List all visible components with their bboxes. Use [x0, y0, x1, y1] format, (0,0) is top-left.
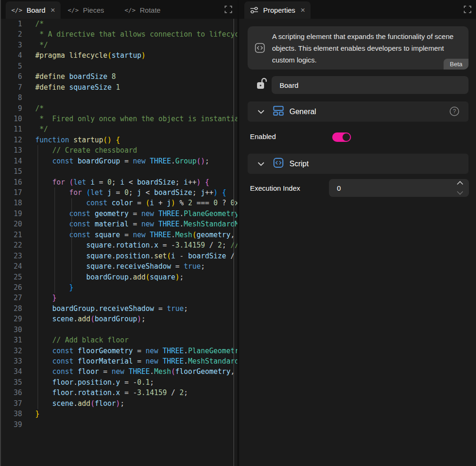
line-number: 29	[0, 314, 22, 324]
execution-index-value: 0	[337, 184, 341, 192]
line-number: 2	[0, 29, 22, 39]
section-general[interactable]: General ?	[248, 101, 468, 122]
line-number: 31	[0, 335, 22, 345]
code-line[interactable]: 23 square.position.set(i - boardSize /	[0, 251, 237, 261]
line-number: 27	[0, 293, 22, 303]
expand-panel-icon[interactable]	[224, 5, 233, 14]
line-number: 23	[0, 251, 22, 261]
tab-rotate[interactable]: </> Rotate	[119, 1, 166, 19]
code-line[interactable]: 8	[0, 93, 237, 103]
script-tab-icon: </>	[11, 7, 22, 14]
sliders-icon	[250, 7, 259, 14]
code-line[interactable]: 12function startup() {	[0, 135, 237, 145]
code-line[interactable]: 6#define boardSize 8	[0, 71, 237, 82]
editor-scrollbar[interactable]	[234, 19, 234, 466]
code-line[interactable]: 33 const floorMaterial = new THREE.MeshS…	[0, 356, 237, 366]
stepper-down-icon[interactable]	[456, 190, 464, 195]
execution-index-label: Execution Index	[250, 184, 300, 192]
section-label: Script	[289, 160, 309, 168]
code-line[interactable]: 39	[0, 419, 237, 430]
close-icon[interactable]: ×	[51, 6, 55, 14]
code-line[interactable]: 34 const floor = new THREE.Mesh(floorGeo…	[0, 366, 237, 377]
line-number: 21	[0, 230, 22, 240]
tab-label: Board	[26, 6, 45, 14]
code-line[interactable]: 15	[0, 166, 237, 177]
code-line[interactable]: 38}	[0, 409, 237, 419]
code-line[interactable]: 32 const floorGeometry = new THREE.Plane…	[0, 346, 237, 356]
code-line[interactable]: 22 square.rotation.x = -3.14159 / 2; //	[0, 240, 237, 250]
indent-guide	[38, 145, 38, 409]
script-tab-icon: </>	[68, 7, 78, 14]
line-number: 12	[0, 135, 22, 145]
code-line[interactable]: 3 */	[0, 40, 237, 50]
code-line[interactable]: 29 scene.add(boardGroup);	[0, 314, 237, 324]
line-number: 9	[0, 103, 22, 114]
code-line[interactable]: 25 boardGroup.add(square);	[0, 272, 237, 282]
line-number: 8	[0, 93, 22, 103]
close-icon[interactable]: ×	[300, 6, 305, 14]
code-line[interactable]: 10 * Fired only once when the object is …	[0, 114, 237, 124]
code-line[interactable]: 19 const geometry = new THREE.PlaneGeome…	[0, 209, 237, 219]
line-number: 30	[0, 325, 22, 335]
code-line[interactable]: 37 scene.add(floor);	[0, 398, 237, 409]
line-number: 4	[0, 50, 22, 61]
code-line[interactable]: 28 boardGroup.receiveShadow = true;	[0, 303, 237, 314]
toggle-knob	[343, 133, 350, 141]
code-editor[interactable]: 1/*2 * A directive that allows connectio…	[0, 19, 237, 466]
tab-board[interactable]: </> Board ×	[6, 1, 61, 19]
object-name-input[interactable]: Board	[272, 76, 468, 94]
code-line[interactable]: 9/*	[0, 103, 237, 114]
code-line[interactable]: 17 for (let j = 0; j < boardSize; j++) {	[0, 187, 237, 198]
code-line[interactable]: 31 // Add black floor	[0, 335, 237, 345]
number-stepper[interactable]	[455, 180, 465, 195]
code-line[interactable]: 4#pragma lifecycle(startup)	[0, 50, 237, 61]
enabled-toggle[interactable]	[332, 132, 351, 142]
code-line[interactable]: 27 }	[0, 293, 237, 303]
line-number: 1	[0, 19, 22, 29]
unlock-icon[interactable]	[256, 77, 267, 91]
line-number: 25	[0, 272, 22, 282]
code-line[interactable]: 35 floor.position.y = -0.1;	[0, 377, 237, 388]
code-line[interactable]: 13 // Create chessboard	[0, 145, 237, 155]
script-section-icon	[273, 157, 284, 170]
line-number: 7	[0, 82, 22, 93]
line-number: 38	[0, 409, 22, 419]
code-line[interactable]: 36 floor.rotation.x = -3.14159 / 2;	[0, 388, 237, 398]
code-editor-panel: </> Board × </> Pieces </> Rotate 1/*2 *…	[0, 0, 237, 466]
script-tab-icon: </>	[125, 7, 135, 14]
stepper-up-icon[interactable]	[456, 180, 464, 186]
line-number: 15	[0, 166, 22, 177]
indent-guide	[55, 187, 55, 293]
section-script[interactable]: Script	[248, 154, 468, 174]
code-line[interactable]: 2 * A directive that allows connection t…	[0, 29, 237, 39]
section-label: General	[289, 108, 316, 116]
code-line[interactable]: 7#define squareSize 1	[0, 82, 237, 93]
line-number: 26	[0, 282, 22, 293]
code-line[interactable]: 5	[0, 61, 237, 71]
expand-panel-icon[interactable]	[463, 5, 472, 14]
code-line[interactable]: 1/*	[0, 19, 237, 29]
line-number: 37	[0, 398, 22, 409]
code-line[interactable]: 24 square.receiveShadow = true;	[0, 261, 237, 272]
tab-pieces[interactable]: </> Pieces	[62, 1, 110, 19]
code-line[interactable]: 20 const material = new THREE.MeshStanda…	[0, 219, 237, 229]
tab-properties[interactable]: Properties ×	[244, 1, 311, 19]
chevron-down-icon[interactable]	[258, 108, 265, 116]
code-line[interactable]: 18 const color = (i + j) % 2 === 0 ? 0xf	[0, 198, 237, 208]
line-number: 39	[0, 419, 22, 430]
line-number: 32	[0, 346, 22, 356]
code-line[interactable]: 21 const square = new THREE.Mesh(geometr…	[0, 230, 237, 240]
line-number: 19	[0, 209, 22, 219]
help-icon[interactable]: ?	[449, 106, 460, 116]
code-line[interactable]: 16 for (let i = 0; i < boardSize; i++) {	[0, 177, 237, 187]
code-line[interactable]: 30	[0, 325, 237, 335]
code-line[interactable]: 14 const boardGroup = new THREE.Group();	[0, 156, 237, 166]
chevron-down-icon[interactable]	[258, 160, 265, 168]
line-number: 18	[0, 198, 22, 208]
panel-resize-handle[interactable]	[0, 0, 1, 466]
component-description-text: A scripting element that expands the fun…	[272, 31, 461, 66]
execution-index-input[interactable]: 0	[329, 179, 469, 197]
code-line[interactable]: 11 */	[0, 124, 237, 134]
code-line[interactable]: 26 }	[0, 282, 237, 293]
line-number: 35	[0, 377, 22, 388]
